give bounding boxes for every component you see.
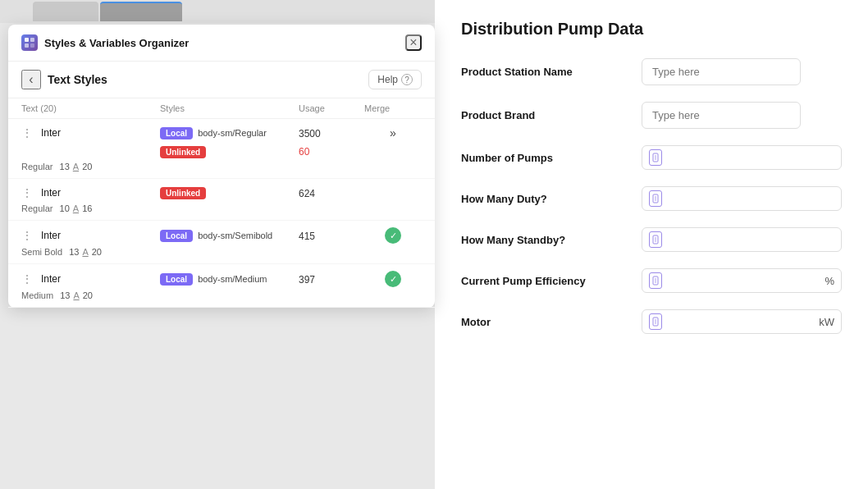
style-font-name-col: ⋮ Inter [21,186,160,199]
font-size-info: 13 A 20 [60,290,93,300]
font-size-info: 10 A 16 [60,203,93,213]
line-height: 20 [92,247,102,257]
unlinked-row: Unlinked 60 [21,144,422,158]
nav-title: Text Styles [48,73,362,86]
form-label: Product Brand [461,109,625,121]
style-item: ⋮ Inter Localbody-sm/Medium397✓ Medium 1… [8,264,435,308]
unit-label: % [825,275,834,287]
font-size: 13 [60,162,70,171]
style-font-name-col: ⋮ Inter [21,229,160,242]
styles-panel: Styles & Variables Organizer × ‹ Text St… [8,25,435,308]
form-label: Motor [461,316,625,328]
unlinked-count: 60 [299,146,309,158]
usage-count: 397 [299,272,364,286]
font-size: 13 [69,247,79,257]
form-label: Current Pump Efficiency [461,275,625,287]
number-field-icon [649,190,662,207]
style-font-name-col: ⋮ Inter [21,126,160,139]
style-item-row2: Regular 10 A 16 [21,203,422,213]
font-name: Inter [41,230,61,241]
font-size: 10 [60,203,70,213]
style-tag: Local [160,230,193,242]
panel-header: Styles & Variables Organizer × [8,25,435,62]
form-row: How Many Duty? [461,186,842,211]
more-button[interactable]: ⋮ [21,186,33,199]
font-name: Inter [41,187,61,199]
style-item: ⋮ Inter Localbody-sm/Regular3500» Unlink… [8,119,435,179]
usage-count: 624 [299,185,364,200]
form-label: Number of Pumps [461,152,625,164]
number-input-field-4[interactable] [669,234,834,246]
svg-rect-23 [30,43,34,48]
panel-title: Styles & Variables Organizer [44,37,399,49]
panel-body: ⋮ Inter Localbody-sm/Regular3500» Unlink… [8,119,435,308]
form-row: Current Pump Efficiency% [461,268,842,293]
style-tag: Unlinked [160,187,206,199]
right-panel-title: Distribution Pump Data [461,20,842,39]
svg-rect-22 [25,43,29,48]
number-input-field-5[interactable] [669,275,821,287]
font-weight: Medium [21,290,53,300]
merge-check-icon: ✓ [385,227,401,244]
font-name: Inter [41,273,61,285]
number-field-icon [649,231,662,248]
header-styles: Styles [160,103,299,113]
more-button[interactable]: ⋮ [21,229,33,242]
merge-icon[interactable]: ✓ [364,271,422,287]
line-height: 16 [82,203,92,213]
form-row: MotorkW [461,309,842,334]
svg-rect-21 [30,38,34,42]
number-input-wrapper-3 [642,186,842,211]
usage-count: 415 [299,228,364,243]
text-a-icon: A [73,162,79,171]
merge-icon[interactable]: » [364,126,422,139]
more-button[interactable]: ⋮ [21,126,33,139]
right-panel: Distribution Pump Data Product Station N… [435,0,868,489]
font-size-info: 13 A 20 [69,247,102,257]
form-row: Product Brand [461,102,842,129]
style-item-row2: Medium 13 A 20 [21,290,422,300]
panel-nav: ‹ Text Styles Help ? [8,62,435,98]
panel-icon [21,34,38,51]
merge-arrow-icon[interactable]: » [390,126,396,139]
form-row: Product Station Name [461,58,842,85]
unlinked-tag: Unlinked [160,146,206,158]
canvas-tab-2[interactable] [100,2,182,21]
form-label: Product Station Name [461,66,625,78]
font-size: 13 [60,290,70,300]
style-item-row2: Semi Bold 13 A 20 [21,247,422,257]
style-tag: Local [160,273,193,286]
form-label: How Many Duty? [461,193,625,205]
number-input-field-6[interactable] [669,316,815,328]
style-tag: Local [160,127,193,139]
line-height: 20 [83,290,93,300]
number-field-icon [649,313,662,330]
usage-count: 3500 [299,126,364,140]
header-usage: Usage [299,103,364,113]
number-input-wrapper-5: % [642,268,842,293]
style-tags-col: Localbody-sm/Semibold [160,230,299,242]
form-label: How Many Standby? [461,234,625,246]
close-button[interactable]: × [405,34,422,51]
back-button[interactable]: ‹ [21,70,41,89]
more-button[interactable]: ⋮ [21,272,33,286]
number-input-field-3[interactable] [669,193,834,205]
font-weight: Regular [21,162,53,171]
text-input-1[interactable] [642,102,801,129]
font-name: Inter [41,127,61,139]
font-weight: Regular [21,203,53,213]
header-merge: Merge [364,103,422,113]
style-tags-col: Localbody-sm/Regular [160,127,299,139]
text-input-0[interactable] [642,58,801,85]
number-input-field-2[interactable] [669,152,834,164]
number-field-icon [649,149,662,166]
style-item-row1: ⋮ Inter Localbody-sm/Regular3500» [21,126,422,140]
style-label: body-sm/Regular [198,128,267,138]
help-button[interactable]: Help ? [368,70,422,89]
text-a-icon: A [73,203,79,213]
svg-rect-20 [25,38,29,42]
canvas-tab-1[interactable] [33,2,98,21]
merge-icon[interactable]: ✓ [364,227,422,244]
merge-check-icon: ✓ [385,271,401,287]
line-height: 20 [82,162,92,171]
